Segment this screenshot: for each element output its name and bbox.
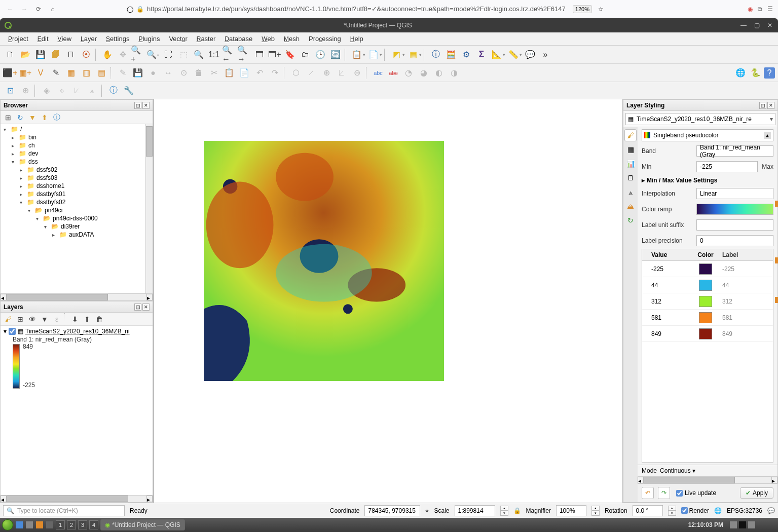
layer-expander[interactable]: ▾ xyxy=(4,328,7,335)
tree-item-label[interactable]: dev xyxy=(28,150,38,157)
offset-curve-icon[interactable]: ⊖ xyxy=(350,66,364,80)
menu-web[interactable]: Web xyxy=(257,33,279,44)
layer-item[interactable]: ▾ ▦ TimeScanS2_y2020_res10_36MZB_ni xyxy=(4,328,150,335)
undo-style-button[interactable]: ↶ xyxy=(642,487,654,499)
panel-undock-icon[interactable]: ◫ xyxy=(134,102,141,109)
refresh-icon[interactable]: 🔄 xyxy=(328,48,343,62)
menu-layer[interactable]: Layer xyxy=(77,33,101,44)
taskbar-task-qgis[interactable]: ◉ *Untitled Project — QGIS xyxy=(100,519,185,530)
tree-expander[interactable]: ▾ xyxy=(4,127,9,132)
extensions-menu-icon[interactable]: ⧉ xyxy=(758,6,762,13)
browser-scrollbar[interactable] xyxy=(145,124,153,293)
label-off-icon[interactable]: abc xyxy=(386,66,400,80)
zoom-next-icon[interactable]: 🔍→ xyxy=(237,48,251,62)
measure-line-icon[interactable]: 📏 xyxy=(506,48,521,62)
class-color[interactable] xyxy=(693,280,718,291)
workspace-4[interactable]: 4 xyxy=(89,520,98,529)
reshape-icon[interactable]: ⟀ xyxy=(335,66,349,80)
menu-help[interactable]: Help xyxy=(346,33,367,44)
new-bookmark-icon[interactable]: 🔖 xyxy=(283,48,297,62)
messages-icon[interactable]: 💬 xyxy=(767,507,775,514)
about-icon[interactable]: ⓘ xyxy=(106,84,121,98)
tree-expander[interactable]: ▾ xyxy=(36,216,41,221)
new-map-view-icon[interactable]: 🗔 xyxy=(252,48,267,62)
precision-input[interactable]: 0 xyxy=(696,235,773,246)
expression-filter-icon[interactable]: ε xyxy=(51,314,62,325)
locator-input[interactable]: 🔍 Type to locate (Ctrl+K) xyxy=(3,505,125,516)
pyramids-tab-icon[interactable]: ⟁ xyxy=(624,186,637,198)
zoom-in-icon[interactable]: 🔍+ xyxy=(131,48,145,62)
more-icon[interactable]: » xyxy=(538,48,552,62)
layout-manager-icon[interactable]: 🗏 xyxy=(64,48,78,62)
browser-h-scrollbar[interactable]: ◂▸ xyxy=(1,293,153,300)
collapse-all-icon[interactable]: ⬆ xyxy=(39,112,50,123)
class-value[interactable]: 581 xyxy=(642,312,693,323)
window-close-button[interactable]: ✕ xyxy=(766,21,774,29)
window-maximize-button[interactable]: ▢ xyxy=(753,21,761,29)
nav-back-button[interactable]: ← xyxy=(5,4,15,14)
window-minimize-button[interactable]: — xyxy=(739,21,748,29)
zoom-badge[interactable]: 120% xyxy=(573,5,592,13)
workspace-3[interactable]: 3 xyxy=(78,520,87,529)
tree-expander[interactable]: ▸ xyxy=(12,143,17,148)
redo-icon[interactable]: ↷ xyxy=(268,66,282,80)
digitize-shape-icon[interactable]: ⬡ xyxy=(289,66,303,80)
nav-reload-button[interactable]: ⟳ xyxy=(33,4,44,14)
manage-visibility-icon[interactable]: 👁 xyxy=(27,314,38,325)
node-tool-icon[interactable]: ⊙ xyxy=(176,66,191,80)
interp-select[interactable]: Linear xyxy=(696,188,773,199)
panel-undock-icon[interactable]: ◫ xyxy=(759,102,766,109)
tree-item-label[interactable]: dss xyxy=(28,158,38,165)
tree-expander[interactable]: ▸ xyxy=(20,175,25,181)
layers-panel-title[interactable]: Layers ◫ ✕ xyxy=(1,301,153,313)
live-update-checkbox[interactable]: Live update xyxy=(676,489,716,497)
tray-icon[interactable] xyxy=(748,521,755,528)
rotation-input[interactable]: 0.0 ° xyxy=(633,505,663,516)
tree-item-label[interactable]: bin xyxy=(28,134,36,141)
class-row[interactable]: 312312 xyxy=(642,293,773,310)
class-label[interactable]: 312 xyxy=(718,296,773,307)
collapse-all-layers-icon[interactable]: ⬆ xyxy=(82,314,93,325)
hamburger-menu-icon[interactable]: ☰ xyxy=(767,6,773,13)
taskbar-app-icon[interactable] xyxy=(16,521,23,528)
pan-to-selection-icon[interactable]: ✥ xyxy=(116,48,130,62)
panel-close-icon[interactable]: ✕ xyxy=(142,303,150,311)
color-ramp-select[interactable] xyxy=(696,204,773,215)
taskbar-app-icon[interactable] xyxy=(26,521,33,528)
min-input[interactable]: -225 xyxy=(696,161,758,172)
copy-features-icon[interactable]: 📄 xyxy=(366,48,381,62)
taskbar-app-icon[interactable] xyxy=(36,521,43,528)
metasearch-icon[interactable]: 🌐 xyxy=(733,66,748,80)
enable-tracing-icon[interactable]: ⟐ xyxy=(55,84,69,98)
map-canvas[interactable] xyxy=(154,99,623,503)
tree-expander[interactable]: ▸ xyxy=(52,232,57,238)
magnifier-stepper[interactable]: ▴▾ xyxy=(591,506,600,516)
suffix-input[interactable] xyxy=(696,219,773,231)
scale-input[interactable]: 1:899814 xyxy=(455,505,495,516)
mode-select[interactable]: Continuous ▾ xyxy=(660,467,716,474)
styling-h-scrollbar[interactable]: ◂▸ xyxy=(638,476,777,483)
copy-feat-icon[interactable]: 📋 xyxy=(222,66,236,80)
tree-item-label[interactable]: auxDATA xyxy=(69,231,94,238)
menu-database[interactable]: Database xyxy=(220,33,256,44)
add-raster-icon[interactable]: ▦+ xyxy=(18,66,32,80)
render-checkbox[interactable]: Render xyxy=(681,507,709,514)
diagram4-icon[interactable]: ◑ xyxy=(447,66,461,80)
save-project-icon[interactable]: 💾 xyxy=(33,48,48,62)
symbology-tab-icon[interactable]: 🖌 xyxy=(624,129,637,141)
new-3d-view-icon[interactable]: 🗔+ xyxy=(268,48,282,62)
style-manager-icon[interactable]: ⦿ xyxy=(79,48,93,62)
classes-table[interactable]: Value Color Label -225-22544443123125815… xyxy=(642,249,773,463)
class-row[interactable]: -225-225 xyxy=(642,261,773,277)
rendering-tab-icon[interactable]: 🗒 xyxy=(624,172,637,184)
add-vector-icon[interactable]: ⬛+ xyxy=(3,66,17,80)
zoom-full-icon[interactable]: ⛶ xyxy=(161,48,175,62)
class-color[interactable] xyxy=(693,328,718,339)
class-row[interactable]: 581581 xyxy=(642,310,773,326)
zoom-last-icon[interactable]: 🔍← xyxy=(222,48,236,62)
map-tips-icon[interactable]: 💬 xyxy=(523,48,537,62)
menu-processing[interactable]: Processing xyxy=(305,33,345,44)
tree-expander[interactable]: ▸ xyxy=(20,183,25,189)
scale-stepper[interactable]: ▴▾ xyxy=(500,506,508,516)
history-tab-icon[interactable]: ↻ xyxy=(624,214,637,226)
